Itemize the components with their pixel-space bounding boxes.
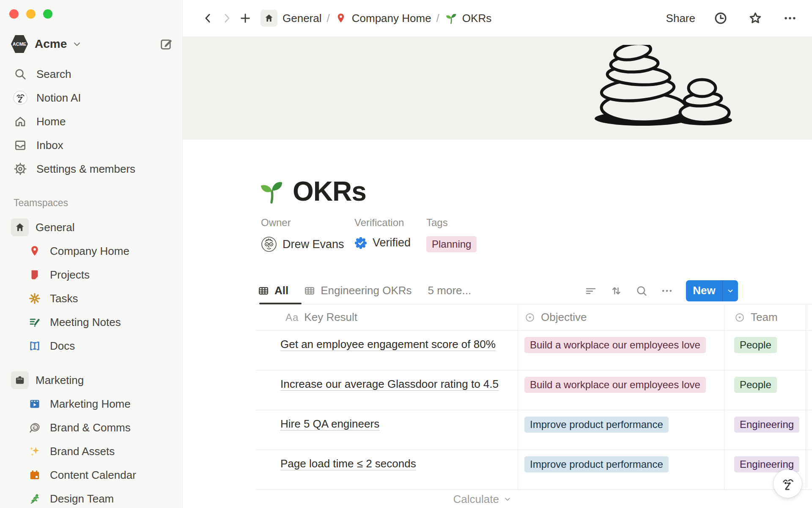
column-divider[interactable] — [724, 304, 724, 490]
sidebar-item-marketing[interactable]: Marketing — [5, 368, 178, 392]
home-icon — [12, 115, 29, 128]
objective-tag[interactable]: Improve product performance — [524, 456, 669, 472]
column-divider[interactable] — [518, 304, 518, 490]
notion-ai-fab[interactable] — [774, 469, 802, 498]
objective-tag[interactable]: Build a workplace our employees love — [524, 377, 706, 393]
team-cell[interactable]: People — [724, 331, 809, 370]
title-property-icon: Aa — [285, 312, 299, 323]
chevron-down-icon — [503, 495, 512, 503]
column-divider[interactable] — [806, 304, 806, 490]
key-result-link: Page load time ≤ 2 seconds — [280, 457, 416, 470]
sidebar-item-company-home[interactable]: Company Home — [5, 239, 178, 263]
table-row[interactable]: Increase our average Glassdoor rating to… — [256, 370, 812, 410]
sidebar-item-design-team[interactable]: Design Team — [5, 487, 178, 508]
star-icon[interactable] — [746, 9, 765, 28]
more-options-icon[interactable] — [781, 9, 799, 28]
sprout-page-icon[interactable] — [258, 178, 284, 204]
verification-label: Verification — [354, 217, 411, 229]
filter-icon[interactable] — [584, 284, 597, 297]
new-button-label[interactable]: New — [686, 280, 722, 301]
tab-all[interactable]: All — [258, 277, 288, 304]
objective-tag[interactable]: Build a workplace our employees love — [524, 337, 706, 353]
objective-cell[interactable]: Improve product performance — [518, 410, 724, 450]
property-tags: Tags Planning — [426, 217, 477, 252]
new-page-icon[interactable] — [159, 37, 173, 51]
topbar-actions: Share — [666, 9, 799, 28]
sidebar-item-notion-ai[interactable]: Notion AI — [5, 86, 178, 110]
table-row[interactable]: Get an employee engagement score of 80% … — [256, 331, 812, 370]
sidebar-item-label: Marketing — [36, 374, 84, 387]
sidebar-item-settings[interactable]: Settings & members — [5, 157, 178, 181]
breadcrumb-company-home[interactable]: Company Home — [352, 12, 431, 25]
team-cell[interactable]: People — [724, 370, 809, 410]
sidebar-item-content-calendar[interactable]: Content Calendar — [5, 463, 178, 487]
page-title[interactable]: OKRs — [293, 176, 366, 207]
zoom-window-button[interactable] — [43, 9, 52, 19]
add-page-icon[interactable] — [236, 9, 255, 28]
sort-icon[interactable] — [610, 284, 623, 297]
column-header-objective[interactable]: Objective — [518, 304, 724, 330]
breadcrumb-sprout-icon — [444, 12, 457, 25]
sidebar-item-inbox[interactable]: Inbox — [5, 133, 178, 157]
sidebar: ACME Acme Search — [0, 0, 183, 508]
calendar-icon — [26, 469, 43, 481]
tab-engineering-okrs[interactable]: Engineering OKRs — [304, 277, 411, 304]
sidebar-item-meeting-notes[interactable]: Meeting Notes — [5, 310, 178, 334]
workspace-logo: ACME — [11, 35, 28, 53]
key-result-cell[interactable]: Get an employee engagement score of 80% — [256, 331, 518, 370]
clock-icon[interactable] — [711, 9, 730, 28]
sidebar-item-brand-assets[interactable]: Brand Assets — [5, 439, 178, 463]
new-button[interactable]: New — [686, 280, 738, 301]
owner-value[interactable]: Drew Evans — [261, 236, 344, 252]
new-button-chevron-icon[interactable] — [723, 280, 738, 301]
column-header-team[interactable]: Team — [724, 304, 809, 330]
key-result-cell[interactable]: Hire 5 QA engineers — [256, 410, 518, 450]
breadcrumb-okrs[interactable]: OKRs — [462, 12, 491, 25]
docs-icon — [26, 340, 43, 352]
tags-value[interactable]: Planning — [426, 236, 477, 252]
objective-cell[interactable]: Build a workplace our employees love — [518, 331, 724, 370]
view-options-icon[interactable] — [661, 284, 673, 297]
more-views-button[interactable]: 5 more... — [428, 284, 472, 297]
sidebar-item-projects[interactable]: Projects — [5, 263, 178, 287]
objective-tag[interactable]: Improve product performance — [524, 417, 669, 433]
verification-value[interactable]: Verified — [354, 236, 411, 249]
team-cell[interactable]: Engineering — [724, 410, 809, 450]
tags-label: Tags — [426, 217, 477, 229]
sidebar-item-docs[interactable]: Docs — [5, 334, 178, 358]
column-header-key-result[interactable]: Aa Key Result — [256, 304, 518, 330]
page-cover[interactable] — [183, 36, 812, 140]
sidebar-item-home[interactable]: Home — [5, 110, 178, 133]
team-tag[interactable]: People — [734, 377, 777, 393]
sidebar-item-general[interactable]: General — [5, 215, 178, 239]
workspace-switcher[interactable]: ACME Acme — [11, 34, 173, 54]
breadcrumb-general-icon[interactable] — [261, 10, 277, 27]
calculate-button[interactable]: Calculate — [256, 490, 518, 508]
key-result-cell[interactable]: Page load time ≤ 2 seconds — [256, 450, 518, 489]
team-tag[interactable]: People — [734, 337, 777, 353]
share-button[interactable]: Share — [666, 12, 695, 25]
table-view-icon — [304, 285, 315, 297]
objective-cell[interactable]: Build a workplace our employees love — [518, 370, 724, 410]
breadcrumb-general[interactable]: General — [283, 12, 322, 25]
table-row[interactable]: Page load time ≤ 2 seconds Improve produ… — [256, 450, 812, 490]
sidebar-item-marketing-home[interactable]: Marketing Home — [5, 392, 178, 416]
tag-planning[interactable]: Planning — [426, 236, 477, 252]
sidebar-item-brand-comms[interactable]: Brand & Comms — [5, 416, 178, 439]
close-window-button[interactable] — [9, 9, 19, 19]
objective-cell[interactable]: Improve product performance — [518, 450, 724, 489]
minimize-window-button[interactable] — [26, 9, 36, 19]
table-row[interactable]: Hire 5 QA engineers Improve product perf… — [256, 410, 812, 450]
sidebar-item-search[interactable]: Search — [5, 62, 178, 86]
team-tag[interactable]: Engineering — [734, 417, 799, 433]
select-property-icon — [734, 312, 745, 323]
forward-icon[interactable] — [217, 9, 236, 28]
back-icon[interactable] — [199, 9, 217, 28]
sidebar-item-tasks[interactable]: Tasks — [5, 287, 178, 310]
column-header-label: Team — [751, 311, 778, 324]
search-view-icon[interactable] — [635, 284, 648, 297]
property-owner: Owner Drew Evans — [261, 217, 344, 252]
inbox-icon — [12, 138, 29, 152]
teamspaces-heading: Teamspaces — [14, 197, 68, 209]
key-result-cell[interactable]: Increase our average Glassdoor rating to… — [256, 370, 518, 410]
